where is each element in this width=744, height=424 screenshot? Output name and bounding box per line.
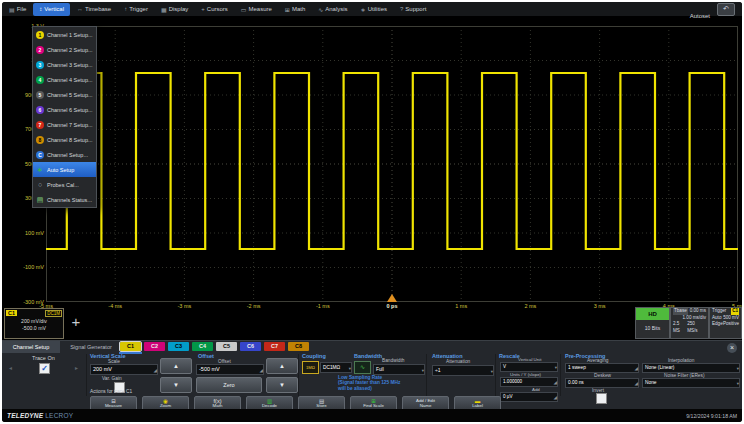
menu-label: Utilities xyxy=(368,6,387,12)
menu-label: Vertical xyxy=(44,6,64,12)
scale-input[interactable]: 200 mV◢ xyxy=(90,364,158,375)
tab-channel-setup[interactable]: Channel Setup xyxy=(2,341,60,353)
menu-item-channel-2-setup[interactable]: 2Channel 2 Setup... xyxy=(33,42,96,57)
dropdown-arrow-icon: ▾ xyxy=(737,365,739,373)
close-dialog-button[interactable]: × xyxy=(727,343,737,353)
c1-coupling-badge: DC1M xyxy=(45,310,62,317)
field-corner-icon: ◢ xyxy=(154,366,157,375)
menu-item-channel-1-setup[interactable]: 1Channel 1 Setup... xyxy=(33,27,96,42)
var-gain-label: Var. Gain xyxy=(102,376,122,381)
channel-chip-c1[interactable]: C1 xyxy=(120,342,141,351)
invert-checkbox[interactable] xyxy=(596,393,607,404)
hd-label: HD xyxy=(636,308,669,320)
averaging-input[interactable]: 1 sweep◢ xyxy=(565,363,639,373)
slope-input[interactable]: 1.000000◢ xyxy=(500,377,558,387)
hd-bits: 10 Bits xyxy=(636,320,669,336)
autoset-button[interactable]: Autoset xyxy=(686,13,714,19)
c1-trace-descriptor[interactable]: C1 DC1M 200 mV/div -500.0 mV xyxy=(4,308,64,339)
x-axis-label: 0 ps xyxy=(386,303,397,309)
undo-autoset-button[interactable]: ↶ xyxy=(717,3,735,16)
menu-item-channel-4-setup[interactable]: 4Channel 4 Setup... xyxy=(33,72,96,87)
menu-file[interactable]: ▤File xyxy=(3,3,32,16)
menu-item-channel-5-setup[interactable]: 5Channel 5 Setup... xyxy=(33,87,96,102)
prev-channel-arrow-icon[interactable]: ◄ xyxy=(8,365,13,371)
dropdown-arrow-icon: ▾ xyxy=(555,364,557,372)
x-axis-label: -2 ms xyxy=(247,303,261,309)
channel-chip-c4[interactable]: C4 xyxy=(192,342,213,351)
coupling-select[interactable]: DC1MΩ▾ xyxy=(320,362,352,373)
menu-display[interactable]: ▦Display xyxy=(155,3,194,16)
vertical-unit-select[interactable]: V▾ xyxy=(500,362,558,372)
menu-item-channel-8-setup[interactable]: 8Channel 8 Setup... xyxy=(33,132,96,147)
channel-chip-row: C1C2C3C4C5C6C7C8 xyxy=(120,342,309,351)
menu-cursors[interactable]: +Cursors xyxy=(195,3,234,16)
channel-chip-c3[interactable]: C3 xyxy=(168,342,189,351)
y-axis-label: 100 mV xyxy=(2,230,44,236)
trace-on-checkbox[interactable]: ✓ xyxy=(39,363,50,374)
scale-up-button[interactable]: ▲ xyxy=(160,358,192,374)
menu-item-auto-setup[interactable]: ∗Auto Setup xyxy=(33,162,96,177)
channel-chip-c5[interactable]: C5 xyxy=(216,342,237,351)
menu-item-channel-setup[interactable]: CChannel Setup... xyxy=(33,147,96,162)
menu-support[interactable]: ?Support xyxy=(394,3,432,16)
bandwidth-label: Bandwidth xyxy=(382,358,404,363)
y-axis-label: -100 mV xyxy=(2,264,44,270)
menu-item-label: Channels Status... xyxy=(47,197,92,203)
offset-down-button[interactable]: ▼ xyxy=(266,377,298,393)
menu-item-channel-6-setup[interactable]: 6Channel 6 Setup... xyxy=(33,102,96,117)
channel-6-icon: 6 xyxy=(36,106,44,114)
scale-down-button[interactable]: ▼ xyxy=(160,377,192,393)
channel-chip-c2[interactable]: C2 xyxy=(144,342,165,351)
rescale-header: Rescale xyxy=(499,353,520,359)
add-input[interactable]: 0 µV◢ xyxy=(500,392,558,402)
c1-channel-chip: C1 xyxy=(6,310,17,316)
menu-analysis[interactable]: ∿Analysis xyxy=(312,3,353,16)
channel-chip-c8[interactable]: C8 xyxy=(288,342,309,351)
menu-vertical[interactable]: ↕Vertical xyxy=(33,3,70,16)
menu-label: Support xyxy=(405,6,426,12)
menu-item-channels-status[interactable]: ▤Channels Status... xyxy=(33,192,96,207)
menu-math[interactable]: ⊞Math xyxy=(279,3,311,16)
support-icon: ? xyxy=(400,6,403,12)
x-axis-label: -3 ms xyxy=(178,303,192,309)
hd-mode-badge[interactable]: HD 10 Bits xyxy=(635,307,670,339)
menu-item-probes-cal[interactable]: ○Probes Cal... xyxy=(33,177,96,192)
menu-item-channel-3-setup[interactable]: 3Channel 3 Setup... xyxy=(33,57,96,72)
action-button-label: Add / Edit Name xyxy=(416,399,435,409)
utilities-icon: ∗ xyxy=(361,6,366,13)
trigger-position-marker xyxy=(387,294,397,302)
add-trace-button[interactable]: + xyxy=(66,310,86,334)
noise-filter-select[interactable]: None▾ xyxy=(642,378,740,388)
menu-item-label: Channel 8 Setup... xyxy=(47,137,93,143)
next-channel-arrow-icon[interactable]: ► xyxy=(74,365,79,371)
file-icon: ▤ xyxy=(9,6,15,13)
channel-chip-c7[interactable]: C7 xyxy=(264,342,285,351)
channel-chip-c6[interactable]: C6 xyxy=(240,342,261,351)
attenuation-label: Attenuation xyxy=(446,359,470,364)
trigger-descriptor[interactable]: TriggerC1 Auto500 mV EdgePositive xyxy=(709,307,742,339)
menu-measure[interactable]: ▭Measure xyxy=(235,3,278,16)
menu-item-label: Channel 3 Setup... xyxy=(47,62,93,68)
timebase-icon: ↔ xyxy=(77,6,83,12)
timebase-descriptor[interactable]: Tbase0.00 ms 1.00 ms/div 2.5 MS250 MS/s xyxy=(670,307,709,339)
menu-timebase[interactable]: ↔Timebase xyxy=(71,3,117,16)
menu-utilities[interactable]: ∗Utilities xyxy=(355,3,393,16)
attenuation-select[interactable]: ÷1▾ xyxy=(432,365,494,376)
dropdown-arrow-icon: ▾ xyxy=(491,367,493,376)
offset-up-button[interactable]: ▲ xyxy=(266,358,298,374)
menu-trigger[interactable]: ↑Trigger xyxy=(118,3,154,16)
menu-item-channel-7-setup[interactable]: 7Channel 7 Setup... xyxy=(33,117,96,132)
channel-4-icon: 4 xyxy=(36,76,44,84)
channel-setup-icon: C xyxy=(36,151,44,159)
x-axis-label: 3 ms xyxy=(594,303,606,309)
menu-label: Analysis xyxy=(325,6,347,12)
offset-zero-button[interactable]: Zero xyxy=(196,377,262,393)
tab-signal-generator[interactable]: Signal Generator xyxy=(60,341,122,353)
menu-label: File xyxy=(17,6,27,12)
deskew-input[interactable]: 0.00 ns◢ xyxy=(565,378,639,388)
bandwidth-select[interactable]: Full▾ xyxy=(373,364,425,375)
offset-input[interactable]: -500 mV◢ xyxy=(196,364,264,375)
interpolation-select[interactable]: None (Linear)▾ xyxy=(642,363,740,373)
x-axis-label: -4 ms xyxy=(108,303,122,309)
waveform-grid xyxy=(46,26,738,302)
